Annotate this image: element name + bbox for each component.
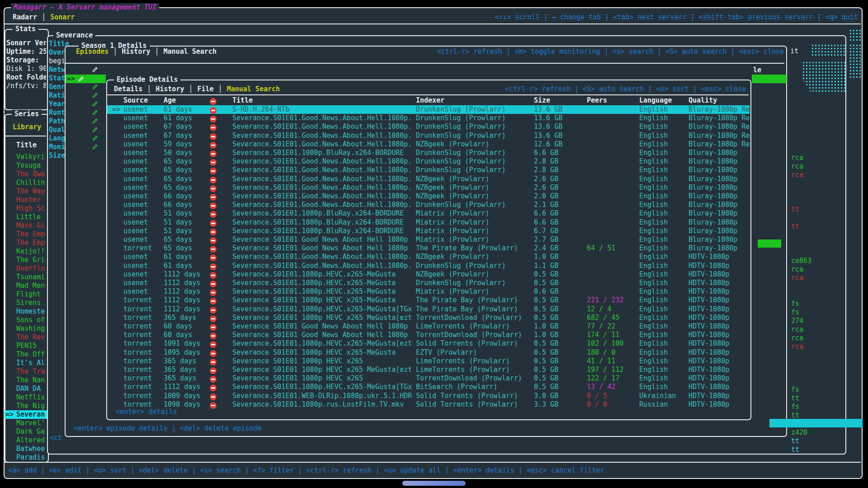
series-item[interactable]: Altered <box>5 436 47 445</box>
release-row[interactable]: usenet61 daysSeverance.S01E01.Good.News.… <box>107 253 750 261</box>
tab-ep-history[interactable]: History <box>156 85 184 94</box>
column-header-quality[interactable]: Quality <box>689 96 750 105</box>
series-item[interactable]: Batwhee <box>5 445 47 453</box>
series-item[interactable]: The Way <box>5 187 47 196</box>
series-item[interactable]: Mask Gi <box>5 221 47 230</box>
pencil-icon[interactable] <box>92 92 99 99</box>
release-row[interactable]: usenet66 daysSeverance.S01E01.Good.News.… <box>107 201 750 209</box>
release-row[interactable]: torrent1112 daysSeverance S01E01 1080p H… <box>107 296 750 305</box>
pencil-icon[interactable] <box>92 126 99 133</box>
pencil-icon[interactable] <box>92 83 99 90</box>
series-item[interactable]: The Nig <box>5 402 47 410</box>
series-item[interactable]: Mad Men <box>5 282 47 290</box>
series-item[interactable]: Keijo!! <box>5 247 47 256</box>
series-item[interactable]: Homeste <box>5 307 47 316</box>
series-item[interactable]: DAN DA <box>5 385 47 393</box>
column-header-title[interactable]: Title <box>232 96 414 105</box>
series-item[interactable]: Hunter <box>5 196 47 204</box>
release-row[interactable]: torrent365 daysSeverance S01E01 1080p HE… <box>107 357 750 366</box>
release-row[interactable]: usenet65 daysSeverance.S01E01.Good.News.… <box>107 157 750 166</box>
series-item[interactable]: It's Al <box>5 359 47 367</box>
release-row[interactable]: torrent1090 daysSeverance.S01E01.1080p.r… <box>107 400 750 409</box>
series-item[interactable]: Little <box>5 213 47 221</box>
release-row[interactable]: usenet65 daysSeverance.S01E01.Good.News.… <box>107 175 750 183</box>
pencil-icon[interactable] <box>92 135 99 141</box>
age: 1112 days <box>164 287 200 296</box>
tab-library[interactable]: Library <box>13 123 41 131</box>
release-row[interactable]: torrent60 daysSeverance S01E01 Good News… <box>107 331 750 339</box>
release-row[interactable]: usenet61 daysSeverance.S01E01.Good.News.… <box>107 114 750 122</box>
pencil-icon[interactable] <box>92 117 99 124</box>
release-row[interactable]: torrent1112 daysSeverance.S01E01.1080p.H… <box>107 305 750 314</box>
release-row[interactable]: usenet65 daysSeverance.S01E01.Good.News.… <box>107 183 750 192</box>
series-item[interactable]: Netflix <box>5 393 47 402</box>
pencil-icon[interactable] <box>92 109 99 116</box>
series-item[interactable]: PEN15 <box>5 342 47 350</box>
release-row[interactable]: usenet67 daysSeverance.S01E01.Good.News.… <box>107 131 750 140</box>
tab-ep-manual-search[interactable]: Manual Search <box>227 85 280 94</box>
release-row[interactable]: torrent1009 daysSeverance.S01E01.WEB-DLR… <box>107 392 750 400</box>
series-item[interactable]: Chillin <box>5 178 47 187</box>
tab-sonarr[interactable]: Sonarr <box>50 13 75 22</box>
release-row[interactable]: usenet66 daysSeverance.S01E01.Good.News.… <box>107 192 750 201</box>
release-row[interactable]: torrent365 daysSeverance S01E01 1080p HE… <box>107 314 750 322</box>
series-item[interactable]: The Nan <box>5 376 47 385</box>
release-row[interactable]: usenet61 daysSeverance.S01E01.Good.News.… <box>107 262 750 270</box>
column-header-source[interactable]: Source <box>123 96 148 105</box>
tab-radarr[interactable]: Radarr <box>13 13 37 22</box>
release-row[interactable]: usenet59 daysSeverance.S01E01.Good.News.… <box>107 140 750 149</box>
release-row[interactable]: usenet51 daysSeverance.S01E01.1080p.BluR… <box>107 218 750 227</box>
release-row[interactable]: usenet51 daysSeverance.S01E01.1080p.BluR… <box>107 227 750 235</box>
series-item[interactable]: Flight <box>5 290 47 299</box>
release-row[interactable]: torrent1091 daysSeverance.S01E01.1080p.H… <box>107 339 750 348</box>
column-header-language[interactable]: Language <box>639 96 672 105</box>
release-row[interactable]: usenet65 daysSeverance S01E01 Good News … <box>107 235 750 244</box>
series-item[interactable]: Sons of <box>5 316 47 324</box>
series-item[interactable]: Dark Ga <box>5 427 47 436</box>
season-episode-row[interactable]: => <box>66 75 106 83</box>
tab-season-history[interactable]: History <box>122 47 150 56</box>
release-row[interactable]: torrent1095 daysSeverance S01E01 1080p H… <box>107 348 750 357</box>
release-row[interactable]: usenet51 daysSeverance.S01E01.1080p.BluR… <box>107 209 750 218</box>
series-item[interactable]: The Rev <box>5 333 47 342</box>
column-header-indexer[interactable]: Indexer <box>416 96 533 105</box>
release-row[interactable]: usenet1112 daysSeverance.S01E01.1080p.HE… <box>107 279 750 287</box>
release-row[interactable]: torrent1112 daysSeverance.S01E01.1080p.H… <box>107 383 750 391</box>
series-item[interactable]: Valkyri <box>5 153 47 161</box>
series-item[interactable]: The Tra <box>5 367 47 376</box>
series-item[interactable]: The Off <box>5 350 47 359</box>
release-row[interactable]: usenet50 daysSeverance.S01E01.1080p.BluR… <box>107 149 750 157</box>
series-item[interactable]: The Emp <box>5 230 47 239</box>
series-item[interactable]: Washing <box>5 324 47 333</box>
release-row[interactable]: usenet67 daysSeverance.S01E01.Good.News.… <box>107 122 750 131</box>
series-item[interactable]: Marvel' <box>5 419 47 427</box>
release-row[interactable]: torrent365 daysSeverance S01E01 1080p HE… <box>107 374 750 383</box>
series-item[interactable]: Sirens <box>5 299 47 307</box>
release-row[interactable]: usenet1112 daysSeverance.S01E01.1080p.HE… <box>107 287 750 296</box>
series-item[interactable]: High Sc <box>5 204 47 213</box>
series-item[interactable]: The Gri <box>5 256 47 264</box>
tab-ep-file[interactable]: File <box>198 85 214 94</box>
column-header-size[interactable]: Size <box>534 96 550 105</box>
series-item[interactable]: Tsunami <box>5 273 47 282</box>
series-item[interactable]: Yosuga <box>5 161 47 170</box>
series-item[interactable]: Overflo <box>5 264 47 273</box>
column-header-age[interactable]: Age <box>164 96 176 105</box>
series-panel-title: Series <box>12 110 42 118</box>
release-row[interactable]: torrent365 daysSeverance S01E01 1080p HE… <box>107 366 750 374</box>
column-header-peers[interactable]: Peers <box>587 96 607 105</box>
pencil-icon[interactable] <box>92 143 99 150</box>
release-row[interactable]: torrent60 daysSeverance S01E01 Good News… <box>107 322 750 331</box>
release-row[interactable]: =>usenet61 daysS-HD.H.264-NTbDrunkenSlug… <box>107 105 750 114</box>
release-row[interactable]: torrent65 daysSeverance S01E01 Good News… <box>107 244 750 253</box>
pencil-icon[interactable] <box>92 100 99 107</box>
release-row[interactable]: usenet65 daysSeverance.S01E01.Good.News.… <box>107 166 750 174</box>
series-item[interactable]: The Qwa <box>5 170 47 178</box>
tab-season-manual-search[interactable]: Manual Search <box>164 47 217 56</box>
series-item[interactable]: =>Severan <box>5 410 47 419</box>
tab-ep-details[interactable]: Details <box>114 85 142 94</box>
tab-episodes[interactable]: Episodes <box>76 47 108 56</box>
series-item[interactable]: Paradis <box>5 453 47 461</box>
series-item[interactable]: The Emp <box>5 239 47 247</box>
release-row[interactable]: usenet1112 daysSeverance.S01E01.1080p.HE… <box>107 270 750 279</box>
